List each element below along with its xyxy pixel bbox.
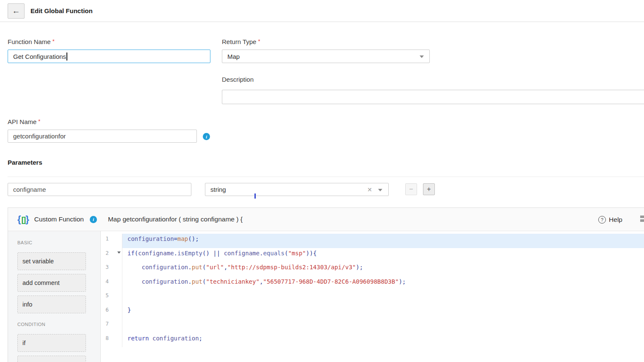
parameter-name-input[interactable] — [8, 183, 191, 196]
palette-item-set-variable[interactable]: set variable — [17, 252, 86, 270]
description-input[interactable] — [222, 90, 644, 104]
parameter-type-value: string — [210, 186, 226, 193]
line-number: 6 — [101, 307, 113, 313]
line-number: 4 — [101, 278, 113, 285]
code-line[interactable]: } — [122, 305, 644, 319]
custom-function-header: {[]} Custom Function i Map getconfigurat… — [8, 208, 644, 231]
palette-item-add-comment[interactable]: add comment — [17, 274, 86, 292]
api-name-input[interactable] — [8, 130, 197, 143]
gutter-cell: 6 — [101, 305, 122, 319]
drag-text-caret — [254, 193, 256, 199]
function-name-label: Function Name* — [8, 38, 55, 45]
back-button[interactable]: ← — [8, 3, 25, 19]
required-asterisk: * — [53, 38, 55, 44]
add-parameter-button[interactable]: + — [423, 183, 435, 195]
custom-function-panel: {[]} Custom Function i Map getconfigurat… — [8, 207, 644, 362]
code-line[interactable]: configuration=map(); — [122, 234, 644, 248]
editor-line-7: 7 — [101, 319, 644, 333]
clear-icon[interactable]: ✕ — [367, 186, 372, 193]
code-line[interactable]: if(configname.isEmpty() || configname.eq… — [122, 248, 644, 263]
editor-line-2: 2if(configname.isEmpty() || configname.e… — [101, 248, 644, 263]
line-number: 2 — [101, 250, 113, 256]
code-line[interactable]: return configuration; — [122, 333, 644, 348]
function-name-input[interactable]: Get Configurations — [8, 50, 210, 63]
code-line[interactable] — [122, 290, 644, 305]
palette-group-label: CONDITION — [17, 322, 100, 327]
line-number: 5 — [101, 292, 113, 298]
code-line[interactable]: configuration.put("techniciankey","56507… — [122, 276, 644, 291]
gutter-cell: 1 — [101, 234, 122, 248]
function-signature: Map getconfigurationfor ( string confign… — [108, 216, 243, 223]
editor-line-4: 4 configuration.put("techniciankey","565… — [101, 276, 644, 291]
editor-line-8: 8return configuration; — [101, 333, 644, 348]
chevron-down-icon — [420, 55, 424, 58]
palette: BASICset variableadd commentinfoCONDITIO… — [8, 231, 101, 362]
line-number: 8 — [101, 335, 113, 341]
parameter-type-select[interactable]: string ✕ — [205, 183, 389, 196]
help-icon: ? — [598, 216, 606, 224]
back-arrow-icon: ← — [12, 6, 20, 16]
required-asterisk: * — [258, 38, 260, 44]
return-type-label: Return Type* — [222, 38, 260, 45]
palette-item-if[interactable]: if — [17, 334, 86, 352]
api-name-label: API Name* — [8, 118, 40, 125]
page-title: Edit Global Function — [30, 0, 93, 22]
line-number: 7 — [101, 321, 113, 327]
gutter-cell: 7 — [101, 319, 122, 333]
required-asterisk: * — [38, 118, 40, 124]
editor-line-1: 1configuration=map(); — [101, 234, 644, 248]
description-label: Description — [222, 76, 254, 83]
code-editor[interactable]: 1configuration=map();2if(configname.isEm… — [101, 231, 644, 362]
custom-function-body: BASICset variableadd commentinfoCONDITIO… — [8, 231, 644, 362]
gutter-cell: 4 — [101, 276, 122, 291]
gutter-cell: 2 — [101, 248, 122, 263]
top-bar: ← Edit Global Function — [0, 0, 644, 22]
remove-parameter-button[interactable]: − — [405, 183, 417, 195]
custom-function-info-icon[interactable]: i — [90, 216, 97, 223]
custom-function-icon: {[]} — [17, 215, 29, 224]
palette-item-partial[interactable] — [17, 356, 86, 362]
text-cursor — [66, 53, 67, 61]
palette-group-label: BASIC — [17, 240, 100, 245]
gutter-cell: 3 — [101, 262, 122, 276]
api-name-info-icon[interactable]: i — [203, 133, 210, 140]
editor-line-3: 3 configuration.put("url","http://sdpmsp… — [101, 262, 644, 276]
parameters-heading: Parameters — [8, 159, 42, 166]
gutter-cell: 5 — [101, 290, 122, 305]
palette-item-info[interactable]: info — [17, 296, 86, 313]
function-name-value: Get Configurations — [13, 53, 66, 60]
editor-line-6: 6} — [101, 305, 644, 319]
line-number: 3 — [101, 264, 113, 270]
return-type-value: Map — [227, 53, 240, 60]
chevron-down-icon[interactable] — [378, 189, 382, 191]
custom-function-title: Custom Function — [34, 216, 84, 223]
line-number: 1 — [101, 235, 113, 242]
code-line[interactable]: configuration.put("url","http://sdpmsp-b… — [122, 262, 644, 276]
editor-line-5: 5 — [101, 290, 644, 305]
divider — [8, 177, 644, 177]
help-link[interactable]: ? Help — [598, 208, 622, 231]
fold-arrow-icon[interactable] — [117, 251, 121, 254]
clipped-toolbar-icon[interactable] — [640, 216, 644, 224]
return-type-select[interactable]: Map — [222, 50, 430, 63]
code-line[interactable] — [122, 319, 644, 333]
gutter-cell: 8 — [101, 333, 122, 348]
